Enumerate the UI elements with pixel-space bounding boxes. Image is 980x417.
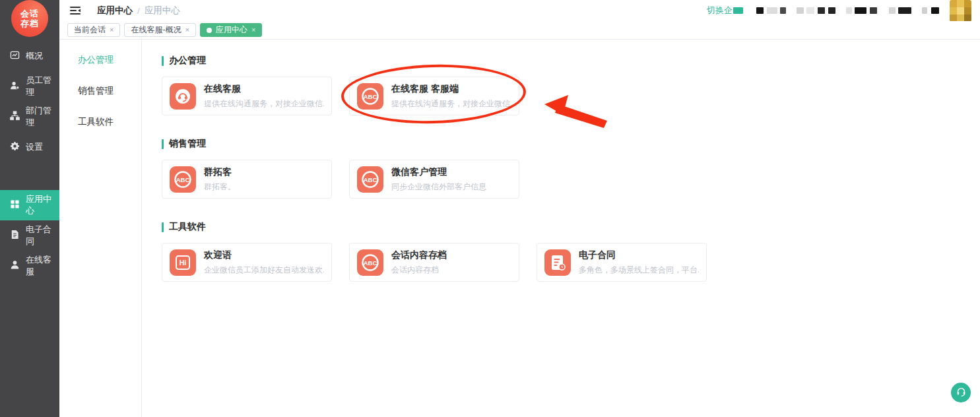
sidebar-item-label: 设置 — [26, 141, 43, 153]
abc-icon: ABC — [170, 166, 196, 193]
logo-line2: 存档 — [20, 18, 39, 28]
app-name: 电子合同 — [579, 249, 699, 261]
section-bar-icon — [162, 139, 164, 149]
headset-icon — [956, 386, 967, 400]
close-icon[interactable]: × — [251, 26, 255, 34]
breadcrumb-root[interactable]: 应用中心 — [97, 5, 133, 16]
user-avatar[interactable] — [950, 0, 971, 22]
tabs-bar: 当前会话 × 在线客服-概况 × 应用中心 × — [59, 21, 980, 40]
app-description: 群拓客。 — [204, 181, 236, 193]
primary-sidebar: 会话 存档 概况 员工管理 — [0, 0, 59, 417]
contract-icon — [544, 249, 571, 276]
section-title: 销售管理 — [162, 138, 980, 150]
gear-icon — [10, 141, 20, 153]
breadcrumb: 应用中心 / 应用中心 — [97, 5, 180, 16]
redacted-block — [733, 7, 743, 14]
section-bar-icon — [162, 222, 164, 232]
collapse-menu-icon[interactable] — [70, 6, 81, 15]
category-tool-software[interactable]: 工具软件 — [59, 106, 141, 137]
app-logo: 会话 存档 — [11, 0, 48, 37]
sidebar-item-overview[interactable]: 概况 — [0, 41, 59, 71]
app-name: 会话内容存档 — [391, 249, 447, 261]
app-card-wechat-customer-mgmt[interactable]: ABC 微信客户管理 同步企业微信外部客户信息 — [349, 160, 519, 199]
sidebar-item-label: 员工管理 — [26, 75, 59, 98]
breadcrumb-current: 应用中心 — [145, 5, 180, 16]
sidebar-item-settings[interactable]: 设置 — [0, 132, 59, 162]
app-description: 同步企业微信外部客户信息 — [391, 181, 486, 193]
overview-chart-icon — [10, 50, 20, 62]
hi-icon: Hi — [170, 249, 196, 276]
sidebar-group-divider — [0, 162, 59, 190]
top-header: 应用中心 / 应用中心 切换企 — [59, 0, 980, 21]
contract-doc-icon — [10, 230, 20, 241]
app-card-online-service-agent[interactable]: ABC 在线客服 客服端 提供在线沟通服务，对接企业微信... — [349, 77, 519, 115]
logo-line1: 会话 — [20, 9, 39, 18]
section-bar-icon — [162, 56, 164, 66]
person-icon — [10, 260, 20, 272]
app-center-content: 办公管理 在线客服 提供在线沟通服务，对接企业微信... — [142, 40, 980, 417]
abc-icon: ABC — [357, 249, 383, 276]
tab-label: 在线客服-概况 — [131, 24, 181, 36]
category-office-management[interactable]: 办公管理 — [59, 44, 141, 75]
sidebar-item-app-center[interactable]: 应用中心 — [0, 190, 59, 220]
section-office-management: 办公管理 在线客服 提供在线沟通服务，对接企业微信... — [162, 55, 980, 115]
redacted-username — [756, 7, 939, 14]
abc-icon: ABC — [357, 166, 383, 193]
tab-app-center[interactable]: 应用中心 × — [200, 23, 262, 37]
sidebar-item-label: 电子合同 — [26, 224, 59, 247]
svg-text:ABC: ABC — [364, 176, 377, 183]
org-tree-icon — [10, 111, 20, 123]
close-icon[interactable]: × — [185, 26, 189, 34]
app-grid-icon — [10, 199, 20, 211]
tab-service-overview[interactable]: 在线客服-概况 × — [124, 23, 195, 37]
employee-icon — [10, 80, 20, 92]
app-name: 微信客户管理 — [391, 166, 486, 178]
section-title: 工具软件 — [162, 221, 980, 233]
svg-text:ABC: ABC — [364, 259, 377, 266]
app-card-session-archive[interactable]: ABC 会话内容存档 会话内容存档 — [349, 243, 519, 282]
section-title: 办公管理 — [162, 55, 980, 67]
sidebar-item-departments[interactable]: 部门管理 — [0, 102, 59, 132]
app-name: 欢迎语 — [204, 249, 324, 261]
breadcrumb-separator: / — [137, 6, 140, 16]
sidebar-item-label: 应用中心 — [26, 193, 59, 217]
header-right: 切换企 — [707, 0, 971, 22]
tab-label: 应用中心 — [216, 24, 247, 36]
app-card-online-service[interactable]: 在线客服 提供在线沟通服务，对接企业微信... — [162, 77, 332, 115]
tab-label: 当前会话 — [74, 24, 106, 36]
category-sales-management[interactable]: 销售管理 — [59, 75, 141, 106]
section-tool-software: 工具软件 Hi 欢迎语 企业微信员工添加好友自动发送欢... — [162, 221, 980, 282]
customer-service-fab[interactable] — [951, 383, 971, 402]
close-icon[interactable]: × — [110, 26, 114, 34]
switch-enterprise-link[interactable]: 切换企 — [707, 5, 743, 16]
tab-current-session[interactable]: 当前会话 × — [67, 23, 120, 37]
sidebar-item-econtract[interactable]: 电子合同 — [0, 220, 59, 251]
app-name: 在线客服 — [204, 83, 324, 95]
app-card-econtract[interactable]: 电子合同 多角色，多场景线上签合同，平台... — [537, 243, 707, 282]
svg-text:ABC: ABC — [176, 176, 190, 183]
abc-icon: ABC — [357, 83, 383, 110]
app-description: 会话内容存档 — [391, 265, 447, 276]
sidebar-item-label: 部门管理 — [26, 105, 59, 129]
app-name: 在线客服 客服端 — [391, 83, 511, 95]
app-card-welcome-message[interactable]: Hi 欢迎语 企业微信员工添加好友自动发送欢... — [162, 243, 332, 282]
section-sales-management: 销售管理 ABC 群拓客 群拓客。 ABC — [162, 138, 980, 199]
svg-text:ABC: ABC — [364, 92, 377, 100]
headset-icon — [170, 83, 196, 110]
active-dot-icon — [207, 28, 212, 33]
app-description: 提供在线沟通服务，对接企业微信... — [204, 98, 324, 110]
sidebar-item-label: 在线客服 — [26, 254, 59, 278]
sidebar-item-employees[interactable]: 员工管理 — [0, 71, 59, 102]
app-description: 企业微信员工添加好友自动发送欢... — [204, 265, 324, 276]
svg-text:Hi: Hi — [180, 259, 187, 267]
category-sidebar: 办公管理 销售管理 工具软件 — [59, 40, 142, 417]
sidebar-item-online-service[interactable]: 在线客服 — [0, 251, 59, 281]
app-description: 提供在线沟通服务，对接企业微信... — [391, 98, 511, 110]
app-description: 多角色，多场景线上签合同，平台... — [579, 265, 699, 276]
app-name: 群拓客 — [204, 166, 236, 178]
sidebar-item-label: 概况 — [26, 50, 43, 62]
app-card-quntuoke[interactable]: ABC 群拓客 群拓客。 — [162, 160, 332, 199]
